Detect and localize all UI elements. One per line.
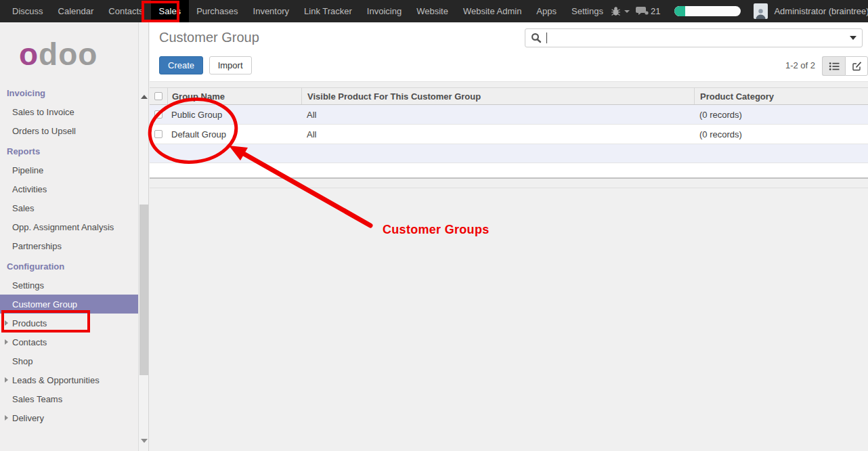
list-view-button[interactable] (822, 56, 845, 76)
annotation-label: Customer Groups (383, 223, 490, 237)
view-switcher (822, 56, 868, 76)
sidebar-item-activities[interactable]: Activities (0, 179, 138, 198)
cell-group-name: Public Group (167, 105, 301, 124)
nav-menu: DiscussCalendarContactsSalesPurchasesInv… (0, 0, 611, 22)
sidebar-item-label: Sales to Invoice (12, 107, 74, 117)
debug-menu[interactable] (611, 6, 630, 16)
nav-item-purchases[interactable]: Purchases (189, 0, 245, 22)
row-checkbox[interactable] (154, 110, 162, 119)
scroll-down-arrow-icon[interactable] (141, 439, 148, 443)
sidebar-item-sales-to-invoice[interactable]: Sales to Invoice (0, 102, 138, 121)
sidebar-section-invoicing: Invoicing (0, 83, 138, 102)
progress-fill (674, 6, 685, 16)
sidebar-item-label: Customer Group (12, 299, 77, 309)
avatar[interactable] (754, 3, 768, 19)
pager: 1-2 of 2 (785, 60, 815, 70)
sidebar-item-label: Products (12, 318, 47, 328)
cell-product-category: (0 records) (694, 105, 868, 124)
search-box[interactable] (525, 28, 863, 47)
chevron-right-icon (5, 377, 8, 383)
row-checkbox[interactable] (154, 130, 162, 138)
sidebar-item-label: Contacts (12, 337, 47, 347)
nav-item-calendar[interactable]: Calendar (51, 0, 102, 22)
sidebar-menu: InvoicingSales to InvoiceOrders to Upsel… (0, 77, 138, 427)
top-navbar: DiscussCalendarContactsSalesPurchasesInv… (0, 0, 868, 22)
form-view-icon (852, 61, 862, 71)
table-row-default-group[interactable]: Default GroupAll(0 records) (150, 125, 868, 144)
sidebar-item-products[interactable]: Products (0, 314, 138, 332)
sidebar-item-delivery[interactable]: Delivery (0, 408, 138, 427)
form-view-button[interactable] (845, 56, 868, 76)
sidebar-item-settings[interactable]: Settings (0, 276, 138, 295)
nav-item-invoicing[interactable]: Invoicing (360, 0, 409, 22)
chevron-right-icon (5, 339, 8, 345)
cell-visible-product-for-this-customer-group: All (301, 125, 694, 144)
sidebar-item-opp-assignment-analysis[interactable]: Opp. Assignment Analysis (0, 217, 138, 236)
create-button[interactable]: Create (159, 56, 203, 74)
sidebar-item-contacts[interactable]: Contacts (0, 332, 138, 351)
nav-item-inventory[interactable]: Inventory (246, 0, 297, 22)
sidebar: odoo InvoicingSales to InvoiceOrders to … (0, 22, 138, 451)
sidebar-item-sales-teams[interactable]: Sales Teams (0, 389, 138, 408)
nav-right-cluster: 21 Administrator (braintree) (611, 3, 868, 19)
scrollbar-thumb[interactable] (139, 205, 148, 375)
main-content: Customer Group Create Import 1-2 of 2 (150, 22, 868, 451)
sidebar-item-label: Sales Teams (12, 394, 62, 404)
sidebar-item-partnerships[interactable]: Partnerships (0, 236, 138, 255)
page-title: Customer Group (159, 30, 259, 45)
sidebar-section-reports: Reports (0, 142, 138, 160)
table-row-public-group[interactable]: Public GroupAll(0 records) (150, 105, 868, 125)
column-header-group-name[interactable]: Group Name (167, 88, 301, 104)
scroll-up-arrow-icon[interactable] (141, 95, 148, 99)
nav-item-contacts[interactable]: Contacts (101, 0, 150, 22)
sidebar-item-leads-opportunities[interactable]: Leads & Opportunities (0, 370, 138, 389)
column-header-visible-product-for-this-customer-group[interactable]: Visible Product For This Customer Group (301, 88, 694, 104)
sidebar-item-label: Sales (12, 203, 35, 213)
nav-item-sales[interactable]: Sales (151, 0, 190, 22)
sidebar-item-label: Settings (12, 280, 44, 291)
sidebar-item-label: Activities (12, 184, 47, 194)
sidebar-item-label: Shop (12, 356, 32, 366)
sidebar-item-sales[interactable]: Sales (0, 198, 138, 217)
nav-item-website[interactable]: Website (409, 0, 456, 22)
message-count: 21 (651, 6, 660, 16)
select-all-checkbox[interactable] (154, 92, 162, 100)
chevron-right-icon (5, 320, 8, 326)
chevron-right-icon (5, 415, 8, 421)
sidebar-item-label: Pipeline (12, 165, 43, 175)
sidebar-item-label: Opp. Assignment Analysis (12, 222, 114, 232)
nav-item-apps[interactable]: Apps (529, 0, 564, 22)
user-menu[interactable]: Administrator (braintree) (774, 6, 868, 16)
sidebar-item-pipeline[interactable]: Pipeline (0, 160, 138, 179)
sidebar-item-label: Leads & Opportunities (12, 375, 100, 385)
import-button[interactable]: Import (209, 56, 252, 74)
sidebar-item-label: Orders to Upsell (12, 126, 76, 136)
sidebar-item-orders-to-upsell[interactable]: Orders to Upsell (0, 121, 138, 140)
control-panel: Customer Group Create Import 1-2 of 2 (150, 22, 868, 82)
cell-group-name: Default Group (167, 125, 301, 144)
text-cursor (546, 33, 547, 43)
nav-item-website-admin[interactable]: Website Admin (456, 0, 529, 22)
divider (150, 188, 868, 188)
odoo-logo: odoo (0, 22, 138, 77)
search-icon (531, 33, 542, 43)
sidebar-section-configuration: Configuration (0, 257, 138, 276)
nav-item-link-tracker[interactable]: Link Tracker (297, 0, 360, 22)
chat-bubble-icon (636, 6, 649, 16)
table-header-row: Group NameVisible Product For This Custo… (150, 87, 868, 105)
nav-item-discuss[interactable]: Discuss (5, 0, 51, 22)
cell-visible-product-for-this-customer-group: All (301, 105, 694, 124)
empty-row (150, 163, 868, 179)
customer-group-list: Group NameVisible Product For This Custo… (150, 87, 868, 179)
sidebar-item-shop[interactable]: Shop (0, 351, 138, 370)
sidebar-item-customer-group[interactable]: Customer Group (0, 295, 138, 314)
search-dropdown-caret-icon[interactable] (850, 36, 856, 40)
column-header-product-category[interactable]: Product Category (694, 88, 868, 104)
nav-item-settings[interactable]: Settings (564, 0, 611, 22)
bug-icon (611, 6, 621, 16)
sidebar-item-label: Delivery (12, 413, 44, 423)
sidebar-scrollbar[interactable] (138, 22, 149, 451)
cell-product-category: (0 records) (694, 125, 868, 144)
trial-progress-pill[interactable] (674, 6, 741, 16)
messages-indicator[interactable]: 21 (636, 6, 660, 16)
